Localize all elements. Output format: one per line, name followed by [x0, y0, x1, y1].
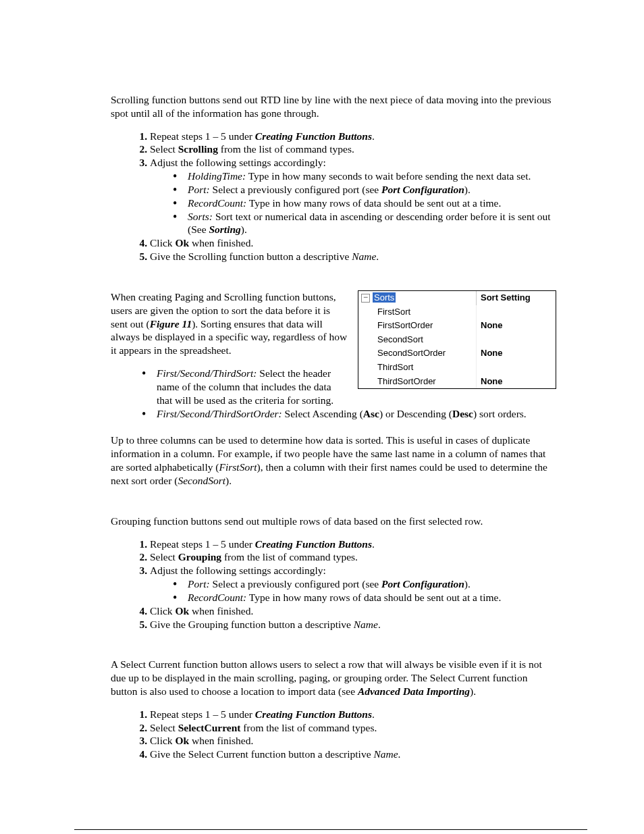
text: .	[376, 251, 379, 262]
list-item: Repeat steps 1 – 5 under Creating Functi…	[150, 538, 556, 551]
text: ).	[464, 578, 471, 590]
setting-key: SecondSort	[358, 333, 477, 347]
list-item: Adjust the following settings accordingl…	[150, 564, 556, 604]
grouping-settings: Port: Select a previously configured por…	[150, 577, 556, 604]
ref: Creating Function Buttons	[255, 708, 372, 720]
text: Select	[150, 143, 178, 155]
list-item: Repeat steps 1 – 5 under Creating Functi…	[150, 708, 556, 721]
list-item: Click Ok when finished.	[150, 734, 556, 748]
text: A Select Current function button allows …	[111, 658, 542, 697]
list-item: Select Scrolling from the list of comman…	[150, 142, 556, 156]
setting-key: FirstSort	[358, 305, 477, 319]
text: Give the Scrolling function button a des…	[150, 251, 352, 262]
text: ).	[470, 685, 476, 697]
page-body: Scrolling function buttons send out RTD …	[111, 93, 556, 771]
page-bottom-rule	[74, 829, 587, 830]
term: Name	[373, 748, 398, 760]
grouping-intro: Grouping function buttons send out multi…	[111, 515, 556, 528]
list-item: Give the Scrolling function button a des…	[150, 250, 556, 263]
text: .	[372, 130, 375, 142]
scrolling-settings: HoldingTime: Type in how many seconds to…	[150, 170, 556, 236]
ref: Advanced Data Importing	[358, 685, 470, 697]
list-item: RecordCount: Type in how many rows of da…	[173, 197, 556, 210]
list-item: Give the Grouping function button a desc…	[150, 618, 556, 631]
term: Desc	[452, 408, 473, 419]
text: Repeat steps 1 – 5 under	[150, 708, 255, 720]
list-item: Port: Select a previously configured por…	[173, 577, 556, 591]
setting-label: RecordCount:	[188, 592, 246, 603]
list-item: First/Second/ThirdSortOrder: Select Asce…	[142, 407, 556, 421]
text: Repeat steps 1 – 5 under	[150, 538, 255, 550]
text: Type in how many rows of data should be …	[246, 197, 501, 209]
setting-label: Port:	[188, 578, 210, 590]
text: Repeat steps 1 – 5 under	[150, 130, 255, 142]
list-item: Adjust the following settings accordingl…	[150, 156, 556, 236]
text: Select a previously configured port (see	[210, 184, 381, 195]
selectcurrent-intro: A Select Current function button allows …	[111, 658, 556, 698]
text: Give the Select Current function button …	[150, 748, 373, 760]
ref: Creating Function Buttons	[255, 130, 372, 142]
setting-label: RecordCount:	[188, 197, 246, 209]
selectcurrent-steps: Repeat steps 1 – 5 under Creating Functi…	[111, 708, 556, 761]
table-row: SecondSort	[358, 333, 556, 347]
text: .	[378, 619, 381, 630]
text: Click	[150, 605, 175, 617]
text: ).	[225, 475, 232, 486]
table-row: FirstSortOrderNone	[358, 319, 556, 333]
text: Type in how many rows of data should be …	[246, 592, 501, 603]
ref: Creating Function Buttons	[255, 538, 372, 550]
setting-value	[477, 333, 556, 347]
text: Type in how many seconds to wait before …	[246, 170, 531, 182]
text: .	[372, 708, 375, 720]
ref: Port Configuration	[381, 184, 464, 195]
sorting-section: −Sorts Sort Setting FirstSort FirstSortO…	[111, 290, 556, 420]
setting-label: First/Second/ThirdSortOrder:	[157, 408, 282, 419]
term: SelectCurrent	[178, 722, 241, 733]
text: ) or Descending (	[379, 408, 452, 419]
list-item: Sorts: Sort text or numerical data in as…	[173, 210, 556, 237]
setting-value: None	[477, 319, 556, 333]
text: from the list of command types.	[240, 722, 377, 733]
sorting-detail: Up to three columns can be used to deter…	[111, 434, 556, 487]
ref: Port Configuration	[381, 578, 464, 590]
ref: Sorting	[209, 224, 240, 235]
setting-key: FirstSortOrder	[358, 319, 477, 333]
setting-value: None	[477, 346, 556, 361]
list-item: Click Ok when finished.	[150, 604, 556, 618]
text: Select	[150, 551, 178, 563]
list-item: Click Ok when finished.	[150, 236, 556, 250]
scrolling-intro: Scrolling function buttons send out RTD …	[111, 93, 556, 120]
term: Ok	[175, 237, 189, 249]
list-item: HoldingTime: Type in how many seconds to…	[173, 170, 556, 183]
list-item: Give the Select Current function button …	[150, 748, 556, 761]
table-row: FirstSort	[358, 305, 556, 319]
text: Click	[150, 237, 175, 249]
list-item: First/Second/ThirdSort: Select the heade…	[142, 367, 556, 407]
text: ).	[241, 224, 247, 235]
term: Asc	[363, 408, 379, 419]
table-header-left: −Sorts	[358, 291, 477, 305]
text: when finished.	[189, 237, 253, 249]
grouping-steps: Repeat steps 1 – 5 under Creating Functi…	[111, 538, 556, 631]
list-item: Select Grouping from the list of command…	[150, 550, 556, 564]
term: Ok	[175, 735, 189, 746]
text: Select Ascending (	[282, 408, 363, 419]
term: Name	[352, 251, 376, 262]
setting-label: HoldingTime:	[188, 170, 246, 182]
term: Grouping	[178, 551, 221, 563]
text: .	[372, 538, 375, 550]
sorting-bullets: First/Second/ThirdSort: Select the heade…	[111, 367, 556, 420]
text: ) sort orders.	[473, 408, 527, 419]
term: FirstSort	[219, 461, 257, 473]
term: Ok	[175, 605, 189, 617]
list-item: Port: Select a previously configured por…	[173, 183, 556, 197]
table-header-right: Sort Setting	[477, 291, 556, 305]
minus-icon: −	[361, 294, 370, 303]
figure-ref: Figure 11	[150, 318, 192, 330]
list-item: Repeat steps 1 – 5 under Creating Functi…	[150, 130, 556, 143]
term: Name	[354, 619, 378, 630]
list-item: Select SelectCurrent from the list of co…	[150, 721, 556, 735]
text: when finished.	[189, 605, 253, 617]
text: ).	[464, 184, 471, 195]
term: SecondSort	[178, 475, 225, 486]
